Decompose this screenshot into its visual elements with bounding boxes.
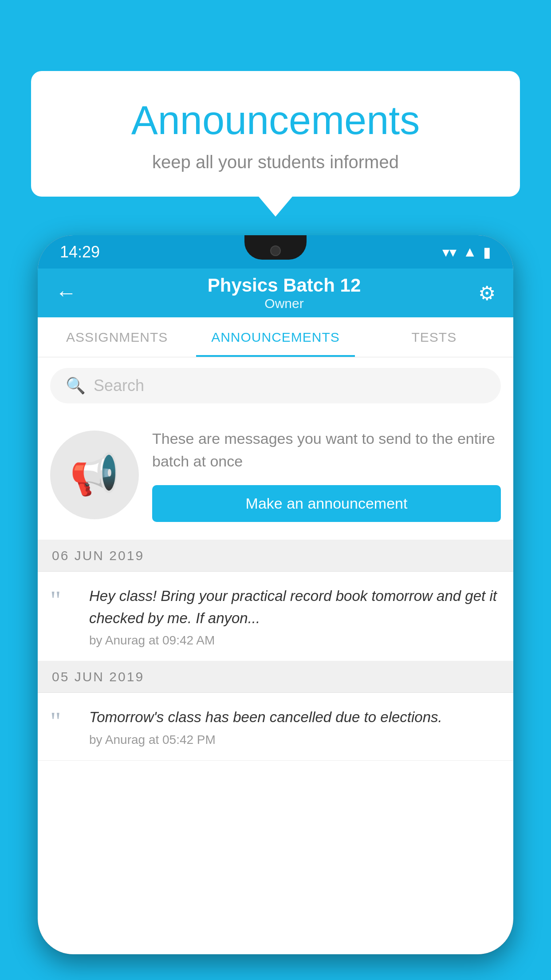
status-icons: ▾▾ ▲ ▮ (442, 244, 491, 261)
announcement-prompt: 📢 These are messages you want to send to… (38, 414, 513, 540)
megaphone-circle: 📢 (50, 431, 139, 519)
notch-camera (270, 245, 281, 256)
make-announcement-button[interactable]: Make an announcement (152, 485, 501, 522)
announcement-text-2: Tomorrow's class has been cancelled due … (89, 706, 501, 728)
prompt-right: These are messages you want to send to t… (152, 427, 501, 522)
phone-frame: 14:29 ▾▾ ▲ ▮ ← Physics Batch 12 Owner ⚙ (38, 235, 513, 954)
quote-icon-2: " (50, 711, 77, 732)
search-bar[interactable]: 🔍 Search (50, 368, 501, 403)
date-separator-2: 05 JUN 2019 (38, 661, 513, 693)
announcement-item-1[interactable]: " Hey class! Bring your practical record… (38, 572, 513, 661)
tab-tests[interactable]: TESTS (355, 317, 513, 357)
speech-bubble: Announcements keep all your students inf… (31, 71, 520, 197)
announcement-item-2[interactable]: " Tomorrow's class has been cancelled du… (38, 693, 513, 761)
search-input-placeholder: Search (94, 376, 144, 395)
content-area: 🔍 Search 📢 These are messages you want t… (38, 357, 513, 761)
search-icon: 🔍 (66, 376, 86, 395)
announcement-content-2: Tomorrow's class has been cancelled due … (89, 706, 501, 747)
tab-assignments[interactable]: ASSIGNMENTS (38, 317, 196, 357)
notch (244, 235, 307, 260)
prompt-description: These are messages you want to send to t… (152, 427, 501, 473)
settings-button[interactable]: ⚙ (478, 282, 496, 304)
battery-icon: ▮ (483, 244, 491, 261)
screen-inner: 14:29 ▾▾ ▲ ▮ ← Physics Batch 12 Owner ⚙ (38, 235, 513, 954)
announcement-meta-1: by Anurag at 09:42 AM (89, 633, 501, 648)
back-button[interactable]: ← (55, 282, 77, 304)
wifi-icon: ▾▾ (442, 244, 457, 261)
app-bar: ← Physics Batch 12 Owner ⚙ (38, 269, 513, 317)
announcement-text-1: Hey class! Bring your practical record b… (89, 585, 501, 629)
megaphone-icon: 📢 (70, 451, 119, 498)
announcement-meta-2: by Anurag at 05:42 PM (89, 733, 501, 747)
speech-bubble-wrapper: Announcements keep all your students inf… (31, 71, 520, 217)
status-bar: 14:29 ▾▾ ▲ ▮ (38, 235, 513, 269)
speech-bubble-arrow (259, 197, 292, 217)
speech-bubble-subtitle: keep all your students informed (67, 152, 484, 172)
signal-icon: ▲ (463, 244, 477, 260)
phone-wrapper: 14:29 ▾▾ ▲ ▮ ← Physics Batch 12 Owner ⚙ (38, 235, 513, 980)
tab-announcements[interactable]: ANNOUNCEMENTS (196, 317, 354, 357)
speech-bubble-title: Announcements (67, 98, 484, 143)
app-bar-title-section: Physics Batch 12 Owner (90, 275, 478, 311)
date-separator-1: 06 JUN 2019 (38, 540, 513, 572)
app-bar-subtitle: Owner (90, 296, 478, 311)
announcement-content-1: Hey class! Bring your practical record b… (89, 585, 501, 648)
app-bar-title: Physics Batch 12 (90, 275, 478, 296)
tabs-bar: ASSIGNMENTS ANNOUNCEMENTS TESTS (38, 317, 513, 357)
quote-icon-1: " (50, 589, 77, 611)
status-time: 14:29 (60, 243, 100, 261)
